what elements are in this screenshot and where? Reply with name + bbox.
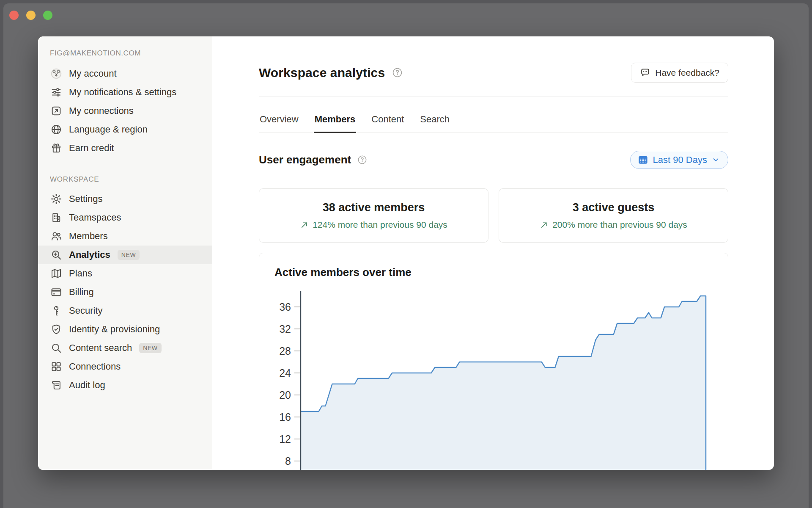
have-feedback-button[interactable]: Have feedback? <box>631 63 728 83</box>
analytics-main: Workspace analytics Have feedback? Overv… <box>212 36 774 470</box>
sidebar-item-label: Security <box>69 305 102 317</box>
sidebar-item-connections[interactable]: Connections <box>38 357 212 376</box>
sidebar-item-members[interactable]: Members <box>38 227 212 246</box>
workspace-section: SettingsTeamspacesMembersAnalyticsNEWPla… <box>38 190 212 395</box>
sidebar-item-content-search[interactable]: Content searchNEW <box>38 339 212 357</box>
header-divider <box>259 97 728 97</box>
account-section: My accountMy notifications & settingsMy … <box>38 64 212 157</box>
calendar-icon <box>637 154 649 166</box>
tab-search[interactable]: Search <box>419 111 450 133</box>
sidebar-item-my-notifications-settings[interactable]: My notifications & settings <box>38 83 212 102</box>
sidebar-item-my-account[interactable]: My account <box>38 64 212 83</box>
question-circle-icon[interactable] <box>392 67 403 78</box>
avatar <box>50 67 63 80</box>
new-badge: NEW <box>118 250 140 260</box>
user-engagement-title: User engagement <box>259 153 351 166</box>
stat-value: 3 active guests <box>573 201 655 214</box>
magnifier-plus-icon <box>50 248 63 261</box>
sidebar-item-label: My connections <box>69 105 134 117</box>
have-feedback-label: Have feedback? <box>655 68 719 78</box>
svg-text:24: 24 <box>279 367 291 379</box>
date-range-label: Last 90 Days <box>653 155 707 166</box>
sidebar-item-label: Analytics <box>69 249 110 261</box>
sidebar-item-settings[interactable]: Settings <box>38 190 212 208</box>
settings-sidebar: FIG@MAKENOTION.COM My accountMy notifica… <box>38 36 212 470</box>
speech-bubble-icon <box>640 67 650 78</box>
key-icon <box>50 304 63 317</box>
chart-title: Active members over time <box>274 266 728 279</box>
user-engagement-header: User engagement Last 90 Days <box>259 151 728 169</box>
sidebar-item-label: Billing <box>69 286 94 298</box>
new-badge: NEW <box>139 343 161 353</box>
svg-text:16: 16 <box>279 411 291 423</box>
stat-delta: 124% more than previous 90 days <box>300 220 447 230</box>
sidebar-item-language-region[interactable]: Language & region <box>38 120 212 139</box>
account-email-label: FIG@MAKENOTION.COM <box>38 49 212 58</box>
svg-text:36: 36 <box>279 301 291 313</box>
stat-delta-text: 200% more than previous 90 days <box>552 220 687 230</box>
stat-card-38-active-members: 38 active members124% more than previous… <box>259 188 488 243</box>
sidebar-item-billing[interactable]: Billing <box>38 283 212 301</box>
arrow-trend-up-icon <box>540 221 549 229</box>
stat-delta: 200% more than previous 90 days <box>540 220 687 230</box>
building-icon <box>50 211 63 224</box>
close-button[interactable] <box>9 11 19 20</box>
svg-text:12: 12 <box>279 433 291 445</box>
sidebar-item-label: Earn credit <box>69 142 114 155</box>
map-icon <box>50 267 63 280</box>
sidebar-item-plans[interactable]: Plans <box>38 264 212 283</box>
page-header: Workspace analytics Have feedback? <box>259 63 728 83</box>
stat-cards: 38 active members124% more than previous… <box>259 188 728 243</box>
sliders-icon <box>50 86 63 99</box>
sidebar-item-label: My notifications & settings <box>69 86 176 99</box>
active-members-area-chart: 363228242016128 <box>259 253 728 470</box>
sidebar-item-audit-log[interactable]: Audit log <box>38 376 212 395</box>
date-range-selector[interactable]: Last 90 Days <box>630 151 728 169</box>
workspace-section-label: WORKSPACE <box>38 175 212 184</box>
stat-card-3-active-guests: 3 active guests200% more than previous 9… <box>499 188 728 243</box>
arrow-up-right-box-icon <box>50 105 63 117</box>
sidebar-item-label: Plans <box>69 268 92 280</box>
gift-icon <box>50 142 63 155</box>
zoom-button[interactable] <box>43 11 52 20</box>
svg-text:32: 32 <box>279 323 291 335</box>
settings-modal: FIG@MAKENOTION.COM My accountMy notifica… <box>38 36 774 470</box>
scroll-icon <box>50 379 63 392</box>
sidebar-item-label: Identity & provisioning <box>69 323 160 336</box>
sidebar-item-earn-credit[interactable]: Earn credit <box>38 139 212 157</box>
sidebar-item-label: Content search <box>69 342 132 354</box>
tab-members[interactable]: Members <box>314 111 357 133</box>
sidebar-item-label: Teamspaces <box>69 212 121 224</box>
minimize-button[interactable] <box>26 11 36 20</box>
sidebar-item-my-connections[interactable]: My connections <box>38 102 212 120</box>
sidebar-item-analytics[interactable]: AnalyticsNEW <box>38 246 212 264</box>
traffic-lights <box>9 11 52 20</box>
sidebar-item-label: Language & region <box>69 124 148 136</box>
svg-text:8: 8 <box>285 455 291 467</box>
question-circle-icon[interactable] <box>357 155 368 165</box>
shield-check-icon <box>50 323 63 336</box>
analytics-tabs: OverviewMembersContentSearch <box>259 111 728 133</box>
sidebar-item-label: Connections <box>69 361 121 373</box>
sidebar-item-security[interactable]: Security <box>38 301 212 320</box>
members-icon <box>50 230 63 243</box>
active-members-chart-card: Active members over time 363228242016128 <box>259 253 728 470</box>
sidebar-item-label: My account <box>69 68 117 80</box>
sidebar-item-teamspaces[interactable]: Teamspaces <box>38 208 212 227</box>
tab-overview[interactable]: Overview <box>259 111 299 133</box>
sidebar-item-label: Settings <box>69 193 103 205</box>
sidebar-item-label: Audit log <box>69 379 105 392</box>
magnifier-icon <box>50 342 63 354</box>
screen: FIG@MAKENOTION.COM My accountMy notifica… <box>0 0 812 508</box>
chevron-down-icon <box>711 155 720 164</box>
tab-content[interactable]: Content <box>370 111 405 133</box>
grid-icon <box>50 360 63 373</box>
svg-text:20: 20 <box>279 389 291 401</box>
gear-icon <box>50 193 63 205</box>
sidebar-item-label: Members <box>69 230 108 243</box>
arrow-trend-up-icon <box>300 221 309 229</box>
svg-text:28: 28 <box>279 345 291 357</box>
credit-card-icon <box>50 286 63 298</box>
sidebar-item-identity-provisioning[interactable]: Identity & provisioning <box>38 320 212 339</box>
page-title: Workspace analytics <box>259 66 385 80</box>
